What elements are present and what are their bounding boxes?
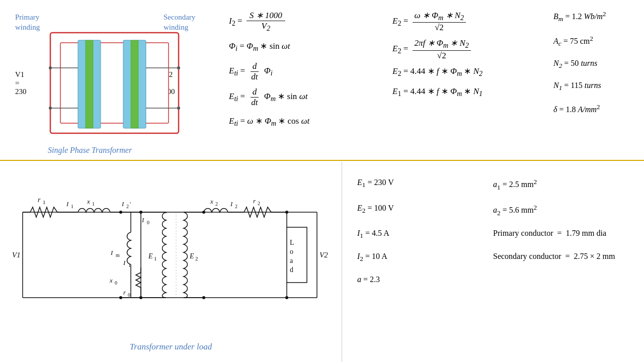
svg-text:1: 1 <box>71 204 73 209</box>
bottom-right: E1 = 230 V a1 = 2.5 mm2 E2 = 100 V a2 = … <box>342 162 644 362</box>
param-ac: Ac = 75 cm2 <box>553 35 641 48</box>
formula-i2: I2 = S ∗ 1000 V2 <box>229 10 365 33</box>
svg-text:2: 2 <box>235 204 237 209</box>
svg-text:I: I <box>121 200 124 208</box>
svg-text:x: x <box>109 277 113 284</box>
svg-rect-5 <box>131 40 138 128</box>
svg-rect-3 <box>86 40 93 128</box>
data-i1: I1 = 4.5 A <box>357 223 493 246</box>
svg-text:1: 1 <box>43 199 46 205</box>
svg-text:x: x <box>210 198 213 205</box>
svg-text:0: 0 <box>128 292 130 298</box>
bottom-section: r 1 I 1 x 1 I 2 ' I 0 I m <box>0 162 644 362</box>
svg-point-53 <box>202 296 205 299</box>
svg-text:I: I <box>123 259 126 266</box>
formula-e2-1: E2 = ω ∗ Φm ∗ N2 √2 <box>392 10 543 33</box>
svg-text:V1: V1 <box>12 251 21 259</box>
svg-text:r: r <box>253 197 256 205</box>
primary-winding-label: Primarywinding <box>15 13 40 32</box>
data-i2: I2 = 10 A <box>357 246 493 269</box>
svg-text:I: I <box>230 200 233 208</box>
circuit-svg: r 1 I 1 x 1 I 2 ' I 0 I m <box>5 167 337 348</box>
svg-text:m: m <box>116 252 120 258</box>
data-empty <box>493 269 629 290</box>
svg-text:2: 2 <box>195 255 198 261</box>
svg-text:I: I <box>110 249 113 256</box>
formulas-mid: E2 = ω ∗ Φm ∗ N2 √2 E2 = 2πf ∗ Φm ∗ N2 √… <box>392 10 543 99</box>
secondary-winding-label: Secondarywinding <box>164 13 195 32</box>
svg-text:E: E <box>148 252 153 260</box>
svg-point-70 <box>285 211 288 214</box>
bottom-left: r 1 I 1 x 1 I 2 ' I 0 I m <box>0 162 342 362</box>
svg-text:V2: V2 <box>319 251 328 259</box>
data-e1: E1 = 230 V <box>357 172 493 198</box>
svg-text:I: I <box>141 216 144 224</box>
formula-eti-2: Eti = d dt Φm ∗ sin ωt <box>229 87 365 108</box>
svg-text:2: 2 <box>126 204 129 209</box>
formulas-left: I2 = S ∗ 1000 V2 Φi = Φm ∗ sin ωt Eti = … <box>229 10 365 128</box>
data-grid: E1 = 230 V a1 = 2.5 mm2 E2 = 100 V a2 = … <box>357 172 629 290</box>
svg-text:1: 1 <box>92 201 95 207</box>
param-bm: Bm = 1.2 Wb/m2 <box>553 10 641 24</box>
svg-text:1: 1 <box>154 255 157 261</box>
svg-point-71 <box>285 296 288 299</box>
svg-text:o: o <box>290 248 293 255</box>
param-n1: N1 = 115 turns <box>553 81 641 92</box>
formula-e1: E1 = 4.44 ∗ f ∗ Φm ∗ N1 <box>392 86 543 98</box>
formula-e2-3: E2 = 4.44 ∗ f ∗ Φm ∗ N2 <box>392 66 543 78</box>
formula-eti-3: Eti = ω ∗ Φm ∗ cos ωt <box>229 116 365 128</box>
svg-text:0: 0 <box>147 220 149 225</box>
svg-text:2: 2 <box>258 201 260 206</box>
svg-text:a: a <box>290 257 293 264</box>
svg-point-79 <box>139 296 142 299</box>
data-a: a = 2.3 <box>357 269 493 290</box>
data-a1: a1 = 2.5 mm2 <box>493 172 629 198</box>
single-phase-label: Single Phase Transformer <box>48 146 132 155</box>
svg-text:L: L <box>290 239 294 246</box>
svg-text:': ' <box>130 201 131 208</box>
svg-rect-1 <box>60 43 169 123</box>
svg-text:E: E <box>189 252 194 260</box>
svg-text:2: 2 <box>215 201 218 207</box>
circuit-label: Transformer under load <box>130 342 212 352</box>
formula-phi: Φi = Φm ∗ sin ωt <box>229 41 365 53</box>
svg-point-78 <box>119 296 122 299</box>
svg-text:I: I <box>66 200 69 208</box>
svg-text:0: 0 <box>115 280 117 286</box>
data-a2: a2 = 5.6 mm2 <box>493 198 629 223</box>
svg-text:r: r <box>38 196 41 204</box>
param-n2: N2 = 50 turns <box>553 59 641 70</box>
svg-text:d: d <box>290 266 293 274</box>
v1-label: V1 = 230 <box>15 70 27 96</box>
formula-eti-1: Eti = d dt Φi <box>229 61 365 82</box>
data-primary-conductor: Primary conductor = 1.79 mm dia <box>493 223 629 246</box>
transformer-core-svg <box>48 30 184 141</box>
svg-text:x: x <box>87 198 90 205</box>
param-delta: δ = 1.8 A/mm2 <box>553 103 641 114</box>
top-section: Primarywinding Secondarywinding V1 = 230… <box>0 0 644 161</box>
data-e2: E2 = 100 V <box>357 198 493 223</box>
data-secondary-conductor: Secondary conductor = 2.75 × 2 mm <box>493 246 629 269</box>
params-col: Bm = 1.2 Wb/m2 Ac = 75 cm2 N2 = 50 turns… <box>553 10 641 115</box>
svg-text:r: r <box>123 289 126 296</box>
formula-e2-2: E2 = 2πf ∗ Φm ∗ N2 √2 <box>392 38 543 60</box>
